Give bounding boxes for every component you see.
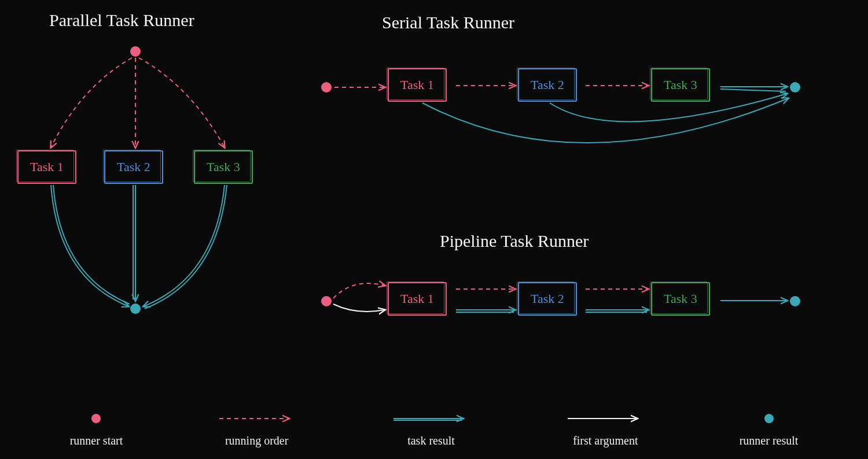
parallel-task-3: Task 3 [194,150,253,184]
running-order-icon [216,413,297,424]
serial-task-1: Task 1 [388,68,447,102]
legend-runner-result: runner result [740,410,799,447]
runner-start-icon [91,414,101,423]
legend-task-result: task result [391,410,472,447]
pipeline-result-dot [790,296,800,306]
serial-start-dot [321,82,332,92]
pipeline-start-dot [321,296,332,306]
legend-task-result-label: task result [407,434,455,447]
parallel-task-2: Task 2 [104,150,163,184]
legend-runner-start: runner start [70,410,123,447]
serial-task-2: Task 2 [518,68,577,102]
legend-runner-start-label: runner start [70,434,123,447]
runner-result-icon [764,414,774,423]
serial-result-dot [790,82,800,92]
parallel-result-dot [130,303,141,314]
parallel-task-1: Task 1 [17,150,76,184]
legend-running-order: running order [216,410,297,447]
parallel-start-dot [130,46,141,57]
pipeline-task-3: Task 3 [651,282,710,316]
parallel-title: Parallel Task Runner [49,10,194,30]
legend-first-argument: first argument [565,410,646,447]
serial-title: Serial Task Runner [382,13,514,32]
legend-first-argument-label: first argument [573,434,638,447]
legend: runner start running order task result f… [0,410,868,447]
legend-running-order-label: running order [225,434,288,447]
pipeline-task-1: Task 1 [388,282,447,316]
pipeline-title: Pipeline Task Runner [440,231,589,251]
task-result-icon [391,413,472,424]
pipeline-task-2: Task 2 [518,282,577,316]
legend-runner-result-label: runner result [740,434,799,447]
first-argument-icon [565,413,646,424]
serial-task-3: Task 3 [651,68,710,102]
